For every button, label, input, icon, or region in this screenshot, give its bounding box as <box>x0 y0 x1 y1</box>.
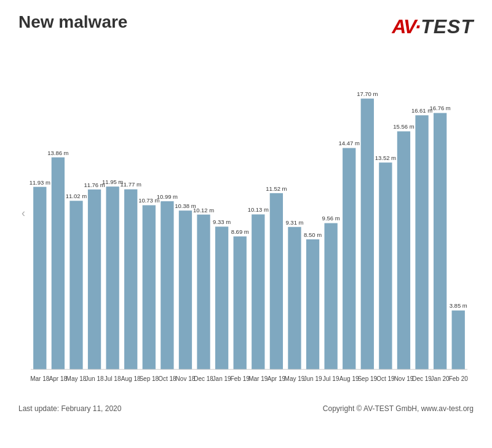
main-container: New malware AV · TEST 11.93 mMar 1813.86… <box>0 0 492 448</box>
svg-text:Mar 19: Mar 19 <box>248 375 268 382</box>
chart-area: 11.93 mMar 1813.86 mApr 1811.02 mMay 181… <box>18 44 474 401</box>
svg-text:Oct 18: Oct 18 <box>158 375 177 382</box>
svg-text:May 19: May 19 <box>285 375 305 382</box>
svg-rect-6 <box>69 201 82 369</box>
page-title: New malware <box>18 12 127 32</box>
svg-rect-9 <box>88 190 101 369</box>
svg-text:Dec 19: Dec 19 <box>412 375 432 382</box>
svg-rect-39 <box>270 193 283 369</box>
svg-rect-36 <box>252 214 264 369</box>
svg-text:9.56 m: 9.56 m <box>322 215 340 222</box>
copyright: Copyright © AV-TEST GmbH, www.av-test.or… <box>323 404 474 413</box>
svg-text:Sep 19: Sep 19 <box>357 375 377 382</box>
svg-text:Aug 18: Aug 18 <box>121 375 141 382</box>
svg-text:Jun 19: Jun 19 <box>304 375 322 382</box>
svg-text:13.52 m: 13.52 m <box>375 154 396 161</box>
svg-rect-48 <box>324 223 337 370</box>
svg-rect-3 <box>52 158 65 370</box>
svg-rect-42 <box>288 227 301 369</box>
svg-text:17.70 m: 17.70 m <box>357 90 378 97</box>
svg-rect-66 <box>434 113 446 370</box>
svg-text:10.99 m: 10.99 m <box>157 193 178 200</box>
footer: Last update: February 11, 2020 Copyright… <box>18 404 474 413</box>
svg-text:Jul 18: Jul 18 <box>105 375 121 382</box>
svg-rect-27 <box>197 215 210 370</box>
svg-text:May 18: May 18 <box>66 375 87 382</box>
svg-rect-15 <box>124 190 137 370</box>
svg-text:10.13 m: 10.13 m <box>248 206 269 213</box>
svg-text:Oct 19: Oct 19 <box>376 375 395 382</box>
svg-text:Nov 18: Nov 18 <box>176 375 196 382</box>
svg-text:16.76 m: 16.76 m <box>429 105 450 111</box>
svg-text:Nov 19: Nov 19 <box>394 375 414 382</box>
svg-text:Jan 19: Jan 19 <box>213 375 231 382</box>
svg-text:Jan 20: Jan 20 <box>431 375 450 382</box>
svg-text:Mar 18: Mar 18 <box>30 375 49 382</box>
logo-slash: · <box>415 15 421 38</box>
svg-text:8.69 m: 8.69 m <box>231 228 249 235</box>
svg-text:Apr 19: Apr 19 <box>268 375 286 382</box>
svg-rect-18 <box>143 205 156 369</box>
svg-rect-24 <box>179 210 192 369</box>
svg-text:3.85 m: 3.85 m <box>450 302 467 309</box>
svg-text:13.86 m: 13.86 m <box>47 149 68 156</box>
svg-rect-57 <box>379 162 392 369</box>
svg-text:Feb 20: Feb 20 <box>449 375 468 382</box>
svg-text:Feb 19: Feb 19 <box>231 375 250 382</box>
logo-av: AV <box>392 15 415 38</box>
svg-text:11.77 m: 11.77 m <box>121 181 141 188</box>
svg-text:9.31 m: 9.31 m <box>285 218 303 225</box>
svg-text:11.02 m: 11.02 m <box>66 193 87 199</box>
svg-text:Apr 18: Apr 18 <box>49 375 68 382</box>
avtest-logo: AV · TEST <box>392 15 474 38</box>
svg-rect-30 <box>215 226 228 369</box>
header: New malware AV · TEST <box>18 12 474 38</box>
svg-text:9.33 m: 9.33 m <box>213 218 231 225</box>
svg-rect-54 <box>361 98 374 369</box>
svg-text:8.50 m: 8.50 m <box>304 231 322 238</box>
svg-rect-69 <box>452 311 465 370</box>
logo-test: TEST <box>421 15 474 38</box>
svg-text:15.56 m: 15.56 m <box>393 123 414 130</box>
svg-rect-12 <box>106 186 119 369</box>
svg-text:‹: ‹ <box>22 206 25 218</box>
svg-rect-33 <box>234 236 247 369</box>
bar-chart: 11.93 mMar 1813.86 mApr 1811.02 mMay 181… <box>18 44 474 401</box>
svg-text:11.52 m: 11.52 m <box>266 185 287 192</box>
svg-text:Dec 18: Dec 18 <box>194 375 213 382</box>
svg-text:Jun 18: Jun 18 <box>85 375 104 382</box>
svg-rect-60 <box>397 131 410 369</box>
svg-rect-63 <box>415 115 428 369</box>
svg-text:Sep 18: Sep 18 <box>139 375 159 382</box>
svg-text:Jul 19: Jul 19 <box>323 375 339 382</box>
svg-text:11.93 m: 11.93 m <box>30 178 50 185</box>
svg-rect-45 <box>306 239 319 369</box>
svg-rect-0 <box>33 187 46 370</box>
svg-text:14.47 m: 14.47 m <box>339 140 360 146</box>
svg-rect-21 <box>161 201 173 369</box>
svg-text:10.12 m: 10.12 m <box>193 206 214 213</box>
last-update: Last update: February 11, 2020 <box>18 404 121 413</box>
svg-text:Aug 19: Aug 19 <box>339 375 359 382</box>
svg-rect-51 <box>343 148 355 370</box>
